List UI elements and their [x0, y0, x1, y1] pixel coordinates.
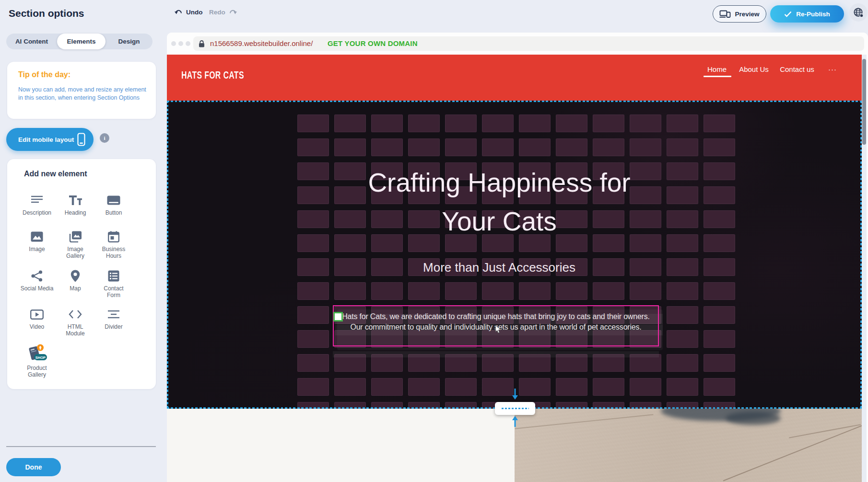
sidebar-divider	[6, 446, 156, 447]
nav-active-underline	[704, 76, 731, 77]
element-business-hours[interactable]: Business Hours	[94, 230, 134, 259]
svg-text:SHOP: SHOP	[35, 356, 46, 360]
section-selection-border	[167, 101, 862, 102]
lock-icon	[199, 40, 205, 47]
redo-icon	[229, 9, 237, 16]
done-button[interactable]: Done	[6, 458, 61, 476]
resize-handle[interactable]	[333, 312, 343, 321]
info-icon[interactable]: i	[100, 133, 109, 143]
undo-icon	[174, 9, 183, 16]
pavement-photo	[515, 409, 862, 482]
add-element-title: Add new element	[24, 170, 87, 178]
product-gallery-icon: SHOP	[17, 344, 57, 363]
video-icon	[17, 307, 57, 321]
contact-form-icon	[94, 269, 134, 283]
social-media-icon	[17, 269, 57, 283]
arrow-down-icon	[511, 389, 519, 400]
map-icon	[55, 269, 95, 283]
element-contact-form[interactable]: Contact Form	[94, 269, 134, 298]
sidebar-tabs: AI Content Elements Design	[6, 34, 152, 49]
element-divider[interactable]: Divider	[94, 307, 134, 330]
nav-about-us[interactable]: About Us	[739, 65, 769, 73]
hero-title[interactable]: Crafting Happiness forYour Cats	[201, 163, 797, 241]
business-hours-icon	[94, 230, 134, 244]
traffic-dot	[186, 41, 190, 46]
mouse-cursor	[495, 325, 501, 334]
check-icon	[784, 11, 792, 17]
tab-ai-content[interactable]: AI Content	[6, 34, 57, 49]
heading-icon	[55, 193, 95, 207]
element-video[interactable]: Video	[17, 307, 57, 330]
tab-design[interactable]: Design	[106, 34, 152, 49]
shadow-blob	[726, 412, 781, 425]
element-html-module[interactable]: HTML Module	[55, 307, 95, 337]
nav-more[interactable]: ···	[828, 65, 837, 73]
app: Section options Undo Redo Preview Re-Pub…	[0, 0, 868, 482]
page-scrollbar-thumb[interactable]	[862, 59, 866, 145]
devices-icon	[719, 10, 731, 18]
undo-button[interactable]: Undo	[174, 9, 203, 16]
section-resize-handle[interactable]	[495, 402, 535, 415]
arrow-up-icon	[511, 415, 519, 427]
image-icon	[17, 230, 57, 244]
tip-card: Tip of the day: Now you can add, move an…	[7, 62, 156, 119]
element-social-media[interactable]: Social Media	[17, 269, 57, 292]
next-section-background	[167, 409, 515, 482]
tip-title: Tip of the day:	[18, 70, 70, 79]
language-globe-button[interactable]	[849, 3, 868, 22]
section-selection-border	[167, 101, 168, 409]
nav-contact-us[interactable]: Contact us	[780, 65, 814, 73]
phone-icon	[77, 133, 85, 146]
hero-subtitle[interactable]: More than Just Accessories	[201, 260, 797, 275]
element-image-gallery[interactable]: Image Gallery	[55, 230, 95, 259]
traffic-dot	[171, 41, 176, 46]
republish-button[interactable]: Re-Publish	[770, 5, 844, 23]
browser-url-bar: n1566589.websitebuilder.online/ GET YOUR…	[167, 33, 868, 55]
get-domain-link[interactable]: GET YOUR OWN DOMAIN	[328, 33, 418, 55]
description-icon	[17, 193, 57, 207]
handle-dashes	[502, 408, 529, 409]
tip-body: Now you can add, move and resize any ele…	[18, 86, 154, 102]
element-map[interactable]: Map	[55, 269, 95, 292]
url-text[interactable]: n1566589.websitebuilder.online/	[210, 33, 313, 55]
element-image[interactable]: Image	[17, 230, 57, 252]
traffic-dot	[178, 41, 183, 46]
image-gallery-icon	[55, 230, 95, 244]
element-description[interactable]: Description	[17, 193, 57, 216]
element-heading[interactable]: Heading	[55, 193, 95, 216]
edit-mobile-layout-button[interactable]: Edit mobile layout	[6, 128, 94, 151]
preview-button[interactable]: Preview	[713, 5, 766, 23]
element-button[interactable]: Button	[94, 193, 134, 216]
html-module-icon	[55, 307, 95, 321]
text-line-ghost	[333, 351, 659, 357]
hero-section[interactable]	[167, 101, 862, 409]
button-icon	[94, 193, 134, 207]
site-logo[interactable]: HATS FOR CATS	[181, 69, 244, 81]
nav-home[interactable]: Home	[707, 65, 727, 73]
element-product-gallery[interactable]: SHOP Product Gallery	[17, 344, 57, 378]
page-title: Section options	[9, 8, 84, 19]
globe-icon	[853, 7, 864, 18]
redo-button[interactable]: Redo	[209, 9, 237, 16]
tab-elements[interactable]: Elements	[57, 34, 106, 49]
site-header	[167, 55, 862, 101]
divider-icon	[94, 307, 134, 321]
